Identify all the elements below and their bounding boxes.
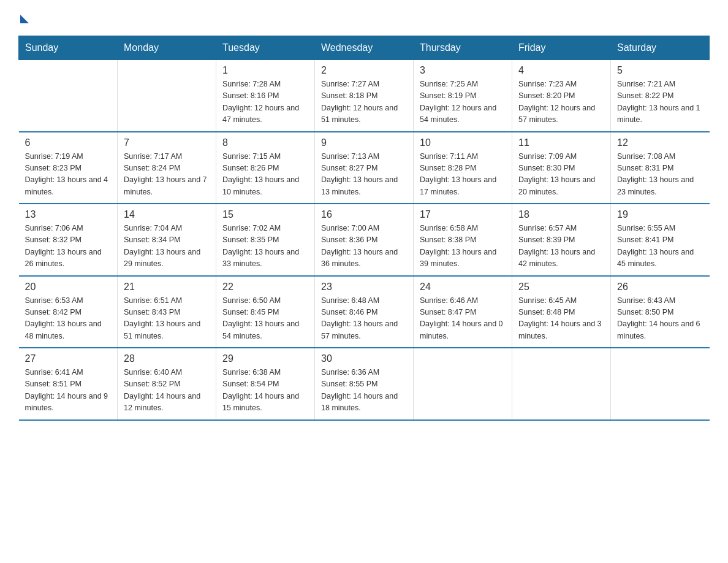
day-number: 7 <box>124 137 210 148</box>
page-header <box>18 12 710 23</box>
day-number: 20 <box>25 282 112 293</box>
day-number: 5 <box>617 65 703 76</box>
day-info: Sunrise: 6:57 AM Sunset: 8:39 PM Dayligh… <box>518 223 604 270</box>
day-info: Sunrise: 7:11 AM Sunset: 8:28 PM Dayligh… <box>420 151 506 199</box>
day-cell: 25Sunrise: 6:45 AM Sunset: 8:48 PM Dayli… <box>512 276 611 348</box>
day-number: 9 <box>321 137 407 148</box>
day-number: 18 <box>518 209 604 220</box>
calendar-body: 1Sunrise: 7:28 AM Sunset: 8:16 PM Daylig… <box>19 60 710 420</box>
day-cell: 2Sunrise: 7:27 AM Sunset: 8:18 PM Daylig… <box>315 60 414 132</box>
day-number: 24 <box>420 282 506 293</box>
header-row: SundayMondayTuesdayWednesdayThursdayFrid… <box>19 36 710 60</box>
column-header-monday: Monday <box>118 36 216 60</box>
day-number: 23 <box>321 282 407 293</box>
day-number: 13 <box>25 209 112 220</box>
day-cell: 13Sunrise: 7:06 AM Sunset: 8:32 PM Dayli… <box>19 204 118 276</box>
day-info: Sunrise: 7:04 AM Sunset: 8:34 PM Dayligh… <box>124 223 210 270</box>
day-number: 11 <box>518 137 604 148</box>
day-cell: 27Sunrise: 6:41 AM Sunset: 8:51 PM Dayli… <box>19 348 118 420</box>
day-info: Sunrise: 6:40 AM Sunset: 8:52 PM Dayligh… <box>124 367 210 415</box>
day-cell: 26Sunrise: 6:43 AM Sunset: 8:50 PM Dayli… <box>611 276 710 348</box>
week-row-4: 20Sunrise: 6:53 AM Sunset: 8:42 PM Dayli… <box>19 276 710 348</box>
day-cell: 30Sunrise: 6:36 AM Sunset: 8:55 PM Dayli… <box>315 348 414 420</box>
calendar-header: SundayMondayTuesdayWednesdayThursdayFrid… <box>19 36 710 60</box>
week-row-2: 6Sunrise: 7:19 AM Sunset: 8:23 PM Daylig… <box>19 132 710 204</box>
day-cell: 19Sunrise: 6:55 AM Sunset: 8:41 PM Dayli… <box>611 204 710 276</box>
week-row-3: 13Sunrise: 7:06 AM Sunset: 8:32 PM Dayli… <box>19 204 710 276</box>
day-number: 28 <box>124 353 210 364</box>
column-header-wednesday: Wednesday <box>315 36 414 60</box>
day-number: 10 <box>420 137 506 148</box>
day-cell: 29Sunrise: 6:38 AM Sunset: 8:54 PM Dayli… <box>216 348 315 420</box>
day-cell: 4Sunrise: 7:23 AM Sunset: 8:20 PM Daylig… <box>512 60 611 132</box>
day-cell: 7Sunrise: 7:17 AM Sunset: 8:24 PM Daylig… <box>118 132 216 204</box>
day-cell: 10Sunrise: 7:11 AM Sunset: 8:28 PM Dayli… <box>414 132 512 204</box>
day-number: 16 <box>321 209 407 220</box>
day-info: Sunrise: 7:21 AM Sunset: 8:22 PM Dayligh… <box>617 79 703 126</box>
day-number: 1 <box>222 65 308 76</box>
day-info: Sunrise: 6:51 AM Sunset: 8:43 PM Dayligh… <box>124 295 210 343</box>
day-info: Sunrise: 7:17 AM Sunset: 8:24 PM Dayligh… <box>124 151 210 199</box>
column-header-saturday: Saturday <box>611 36 710 60</box>
day-cell: 16Sunrise: 7:00 AM Sunset: 8:36 PM Dayli… <box>315 204 414 276</box>
day-cell: 22Sunrise: 6:50 AM Sunset: 8:45 PM Dayli… <box>216 276 315 348</box>
day-info: Sunrise: 6:45 AM Sunset: 8:48 PM Dayligh… <box>518 295 604 343</box>
day-cell: 1Sunrise: 7:28 AM Sunset: 8:16 PM Daylig… <box>216 60 315 132</box>
day-info: Sunrise: 7:27 AM Sunset: 8:18 PM Dayligh… <box>321 79 407 126</box>
day-info: Sunrise: 6:48 AM Sunset: 8:46 PM Dayligh… <box>321 295 407 343</box>
calendar-table: SundayMondayTuesdayWednesdayThursdayFrid… <box>18 36 710 421</box>
day-cell: 28Sunrise: 6:40 AM Sunset: 8:52 PM Dayli… <box>118 348 216 420</box>
day-info: Sunrise: 7:06 AM Sunset: 8:32 PM Dayligh… <box>25 223 112 270</box>
day-number: 29 <box>222 353 308 364</box>
day-info: Sunrise: 6:36 AM Sunset: 8:55 PM Dayligh… <box>321 367 407 415</box>
day-info: Sunrise: 6:41 AM Sunset: 8:51 PM Dayligh… <box>25 367 112 415</box>
day-info: Sunrise: 7:19 AM Sunset: 8:23 PM Dayligh… <box>25 151 112 199</box>
day-number: 19 <box>617 209 703 220</box>
day-info: Sunrise: 7:28 AM Sunset: 8:16 PM Dayligh… <box>222 79 308 126</box>
day-info: Sunrise: 6:43 AM Sunset: 8:50 PM Dayligh… <box>617 295 703 343</box>
day-info: Sunrise: 7:02 AM Sunset: 8:35 PM Dayligh… <box>222 223 308 270</box>
day-number: 25 <box>518 282 604 293</box>
day-info: Sunrise: 7:25 AM Sunset: 8:19 PM Dayligh… <box>420 79 506 126</box>
day-cell <box>118 60 216 132</box>
day-info: Sunrise: 7:15 AM Sunset: 8:26 PM Dayligh… <box>222 151 308 199</box>
day-number: 4 <box>518 65 604 76</box>
week-row-5: 27Sunrise: 6:41 AM Sunset: 8:51 PM Dayli… <box>19 348 710 420</box>
column-header-tuesday: Tuesday <box>216 36 315 60</box>
day-info: Sunrise: 6:46 AM Sunset: 8:47 PM Dayligh… <box>420 295 506 343</box>
day-cell: 18Sunrise: 6:57 AM Sunset: 8:39 PM Dayli… <box>512 204 611 276</box>
day-info: Sunrise: 6:50 AM Sunset: 8:45 PM Dayligh… <box>222 295 308 343</box>
day-info: Sunrise: 6:58 AM Sunset: 8:38 PM Dayligh… <box>420 223 506 270</box>
day-info: Sunrise: 6:53 AM Sunset: 8:42 PM Dayligh… <box>25 295 112 343</box>
day-info: Sunrise: 7:09 AM Sunset: 8:30 PM Dayligh… <box>518 151 604 199</box>
day-cell <box>19 60 118 132</box>
day-cell: 24Sunrise: 6:46 AM Sunset: 8:47 PM Dayli… <box>414 276 512 348</box>
day-number: 17 <box>420 209 506 220</box>
day-number: 8 <box>222 137 308 148</box>
day-cell: 14Sunrise: 7:04 AM Sunset: 8:34 PM Dayli… <box>118 204 216 276</box>
day-number: 12 <box>617 137 703 148</box>
day-cell: 11Sunrise: 7:09 AM Sunset: 8:30 PM Dayli… <box>512 132 611 204</box>
day-cell: 6Sunrise: 7:19 AM Sunset: 8:23 PM Daylig… <box>19 132 118 204</box>
day-info: Sunrise: 6:55 AM Sunset: 8:41 PM Dayligh… <box>617 223 703 270</box>
column-header-thursday: Thursday <box>414 36 512 60</box>
day-cell: 9Sunrise: 7:13 AM Sunset: 8:27 PM Daylig… <box>315 132 414 204</box>
day-number: 26 <box>617 282 703 293</box>
day-cell: 3Sunrise: 7:25 AM Sunset: 8:19 PM Daylig… <box>414 60 512 132</box>
day-cell: 12Sunrise: 7:08 AM Sunset: 8:31 PM Dayli… <box>611 132 710 204</box>
day-cell <box>611 348 710 420</box>
day-number: 22 <box>222 282 308 293</box>
column-header-friday: Friday <box>512 36 611 60</box>
day-number: 27 <box>25 353 112 364</box>
day-info: Sunrise: 7:00 AM Sunset: 8:36 PM Dayligh… <box>321 223 407 270</box>
day-cell: 17Sunrise: 6:58 AM Sunset: 8:38 PM Dayli… <box>414 204 512 276</box>
day-cell: 21Sunrise: 6:51 AM Sunset: 8:43 PM Dayli… <box>118 276 216 348</box>
day-number: 30 <box>321 353 407 364</box>
logo <box>18 12 29 23</box>
logo-triangle-icon <box>20 15 29 23</box>
day-cell <box>512 348 611 420</box>
day-number: 6 <box>25 137 112 148</box>
day-cell: 15Sunrise: 7:02 AM Sunset: 8:35 PM Dayli… <box>216 204 315 276</box>
day-info: Sunrise: 7:23 AM Sunset: 8:20 PM Dayligh… <box>518 79 604 126</box>
day-cell: 8Sunrise: 7:15 AM Sunset: 8:26 PM Daylig… <box>216 132 315 204</box>
